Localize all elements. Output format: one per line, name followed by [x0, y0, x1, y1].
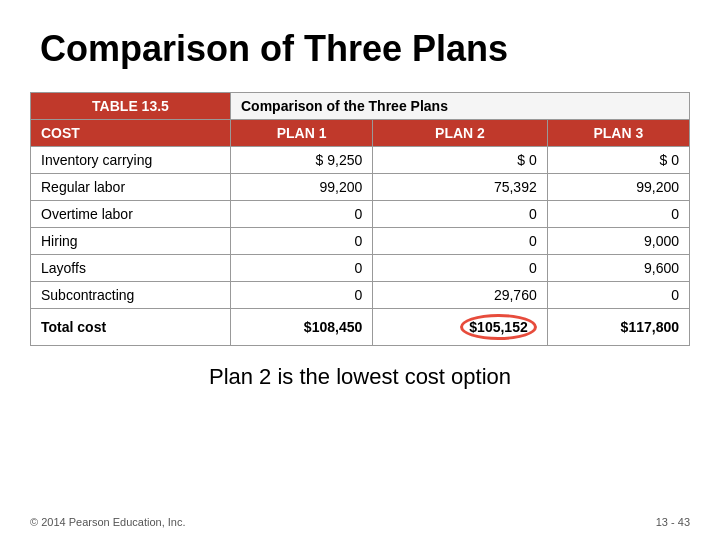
highlighted-total: $105,152	[460, 314, 536, 340]
col-header-plan1: PLAN 1	[231, 120, 373, 147]
plan2-total-cell: $105,152	[373, 309, 547, 346]
table-row: Overtime labor 0 0 0	[31, 201, 690, 228]
table-row: Subcontracting 0 29,760 0	[31, 282, 690, 309]
comparison-table: TABLE 13.5 Comparison of the Three Plans…	[30, 92, 690, 346]
col-header-plan3: PLAN 3	[547, 120, 689, 147]
page-title: Comparison of Three Plans	[0, 0, 720, 88]
col-header-plan2: PLAN 2	[373, 120, 547, 147]
comparison-header-cell: Comparison of the Three Plans	[231, 93, 690, 120]
col-header-cost: COST	[31, 120, 231, 147]
footer-copyright: © 2014 Pearson Education, Inc.	[30, 516, 185, 528]
total-row: Total cost $108,450 $105,152 $117,800	[31, 309, 690, 346]
footer-page-number: 13 - 43	[656, 516, 690, 528]
table-row: Inventory carrying $ 9,250 $ 0 $ 0	[31, 147, 690, 174]
table-row: Layoffs 0 0 9,600	[31, 255, 690, 282]
table-container: TABLE 13.5 Comparison of the Three Plans…	[0, 92, 720, 346]
table-row: Hiring 0 0 9,000	[31, 228, 690, 255]
table-label-cell: TABLE 13.5	[31, 93, 231, 120]
subtitle-text: Plan 2 is the lowest cost option	[0, 364, 720, 390]
table-row: Regular labor 99,200 75,392 99,200	[31, 174, 690, 201]
